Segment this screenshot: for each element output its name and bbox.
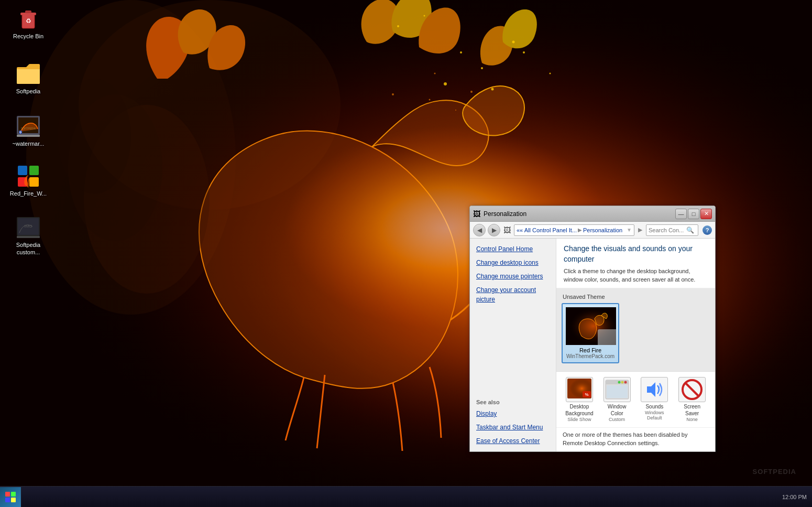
theme-name: Red Fire xyxy=(566,347,615,353)
start-button[interactable] xyxy=(0,487,21,507)
desktop-background-item[interactable]: % DesktopBackground Slide Show xyxy=(562,375,597,424)
recycle-bin-label: Recycle Bin xyxy=(13,33,43,40)
svg-rect-36 xyxy=(29,166,39,175)
red-fire-theme-item[interactable]: Red Fire WinThemePack.com xyxy=(562,303,619,363)
svg-point-15 xyxy=(523,51,525,53)
window-body: Control Panel Home Change desktop icons … xyxy=(470,239,715,451)
minimize-button[interactable]: — xyxy=(675,209,687,219)
ease-of-access-link[interactable]: Ease of Access Center xyxy=(470,435,556,447)
svg-text:♪: ♪ xyxy=(659,384,661,389)
svg-line-58 xyxy=(685,383,699,396)
display-link[interactable]: Display xyxy=(470,407,556,420)
bottom-note: One or more of the themes has been disab… xyxy=(556,427,715,451)
folder-icon xyxy=(17,62,40,85)
svg-point-22 xyxy=(392,93,394,95)
desktop-background-label: DesktopBackground xyxy=(565,403,593,417)
svg-rect-42 xyxy=(17,236,40,238)
change-mouse-pointers-link[interactable]: Change mouse pointers xyxy=(470,270,556,283)
persona-icon-bar: % DesktopBackground Slide Show xyxy=(556,372,715,427)
svg-rect-62 xyxy=(11,498,16,502)
dropdown-arrow[interactable]: ▼ xyxy=(627,227,632,233)
red-fire-label: Red_Fire_W... xyxy=(10,190,47,197)
window-color-icon xyxy=(603,377,631,402)
svg-rect-61 xyxy=(5,498,10,502)
theme-scroll-area[interactable]: Unsaved Theme xyxy=(556,288,715,371)
svg-text:♻: ♻ xyxy=(26,17,31,25)
theme-thumbnail xyxy=(566,307,616,345)
svg-text:SOFTPEDIA: SOFTPEDIA xyxy=(21,127,36,130)
right-content-panel: Change the visuals and sounds on your co… xyxy=(556,239,715,451)
taskbar-start-menu-link[interactable]: Taskbar and Start Menu xyxy=(470,421,556,434)
screen-saver-item[interactable]: Screen Saver None xyxy=(674,375,710,424)
svg-text:IMG: IMG xyxy=(24,224,32,229)
sounds-label: Sounds xyxy=(645,403,663,410)
window-controls: — □ ✕ xyxy=(675,209,712,219)
change-desktop-icons-link[interactable]: Change desktop icons xyxy=(470,256,556,269)
search-input[interactable] xyxy=(649,227,685,233)
window-color-item[interactable]: WindowColor Custom xyxy=(599,375,635,424)
desktop-icon-softpedia[interactable]: Softpedia xyxy=(7,60,49,97)
desktop: ♻ Recycle Bin Softpedia SOFTPEDIA xyxy=(0,0,812,507)
svg-point-12 xyxy=(491,88,494,91)
svg-point-51 xyxy=(624,381,627,384)
sounds-sublabel: WindowsDefault xyxy=(645,410,664,420)
svg-point-10 xyxy=(481,67,483,69)
svg-point-9 xyxy=(444,82,447,85)
svg-rect-59 xyxy=(5,492,10,497)
svg-point-11 xyxy=(460,51,462,53)
help-button[interactable]: ? xyxy=(703,225,712,235)
svg-rect-35 xyxy=(18,166,27,175)
search-icon: 🔍 xyxy=(686,226,694,234)
breadcrumb-all-control: «« All Control Panel It... xyxy=(517,227,577,233)
back-button[interactable]: ◀ xyxy=(473,224,486,236)
softpedia-custom-label: Softpedia custom... xyxy=(9,241,47,256)
search-box[interactable]: 🔍 xyxy=(646,224,698,236)
breadcrumb: «« All Control Panel It... ▶ Personaliza… xyxy=(517,227,624,233)
red-fire-icon xyxy=(17,165,40,188)
panel-title: Change the visuals and sounds on your co… xyxy=(564,244,708,264)
sounds-item[interactable]: ♪ ♫ Sounds WindowsDefault xyxy=(637,375,673,424)
screen-saver-icon xyxy=(678,377,706,402)
svg-point-19 xyxy=(455,110,456,111)
svg-point-52 xyxy=(621,381,623,384)
softpedia-custom-icon: IMG xyxy=(17,216,40,239)
svg-rect-54 xyxy=(607,385,628,398)
address-bar: ◀ ▶ 🖼 «« All Control Panel It... ▶ Perso… xyxy=(470,222,715,239)
desktop-icon-watermar[interactable]: SOFTPEDIA ~watermar... xyxy=(7,113,49,149)
screen-saver-label: Screen Saver xyxy=(676,403,708,417)
taskbar: 12:00 PM xyxy=(0,486,812,507)
svg-text:%: % xyxy=(585,392,588,397)
control-panel-home-link[interactable]: Control Panel Home xyxy=(470,243,556,255)
change-account-picture-link[interactable]: Change your account picture xyxy=(470,284,556,306)
see-also-title: See also xyxy=(470,395,556,406)
desktop-icon-recycle-bin[interactable]: ♻ Recycle Bin xyxy=(7,5,49,42)
forward-button[interactable]: ▶ xyxy=(488,224,500,236)
desktop-icon-softpedia-custom[interactable]: IMG Softpedia custom... xyxy=(7,214,49,258)
system-clock: 12:00 PM xyxy=(777,494,812,500)
desktop-icon-red-fire[interactable]: Red_Fire_W... xyxy=(7,163,49,199)
desktop-background-sublabel: Slide Show xyxy=(567,417,591,422)
left-navigation-panel: Control Panel Home Change desktop icons … xyxy=(470,239,556,451)
softpedia-folder-label: Softpedia xyxy=(16,88,40,95)
svg-rect-34 xyxy=(17,135,40,137)
recycle-bin-icon: ♻ xyxy=(17,7,40,30)
close-button[interactable]: ✕ xyxy=(700,209,712,219)
svg-point-20 xyxy=(470,91,473,93)
svg-rect-38 xyxy=(29,177,39,187)
svg-point-21 xyxy=(434,73,436,74)
svg-point-18 xyxy=(429,99,431,101)
window-title: Personalization xyxy=(484,210,526,218)
svg-rect-60 xyxy=(11,492,16,497)
theme-section-label: Unsaved Theme xyxy=(559,292,712,301)
maximize-button[interactable]: □ xyxy=(688,209,699,219)
folder-icon-address: 🖼 xyxy=(503,226,511,234)
watermar-label: ~watermar... xyxy=(13,140,45,147)
window-icon: 🖼 xyxy=(473,210,481,218)
breadcrumb-personalization: Personalization xyxy=(583,227,622,233)
address-field[interactable]: «« All Control Panel It... ▶ Personaliza… xyxy=(514,224,634,236)
theme-author: WinThemePack.com xyxy=(566,353,615,359)
breadcrumb-sep1: ▶ xyxy=(578,227,582,233)
svg-point-14 xyxy=(424,15,425,17)
go-button[interactable]: ▶ xyxy=(638,226,642,233)
svg-point-53 xyxy=(618,381,620,384)
